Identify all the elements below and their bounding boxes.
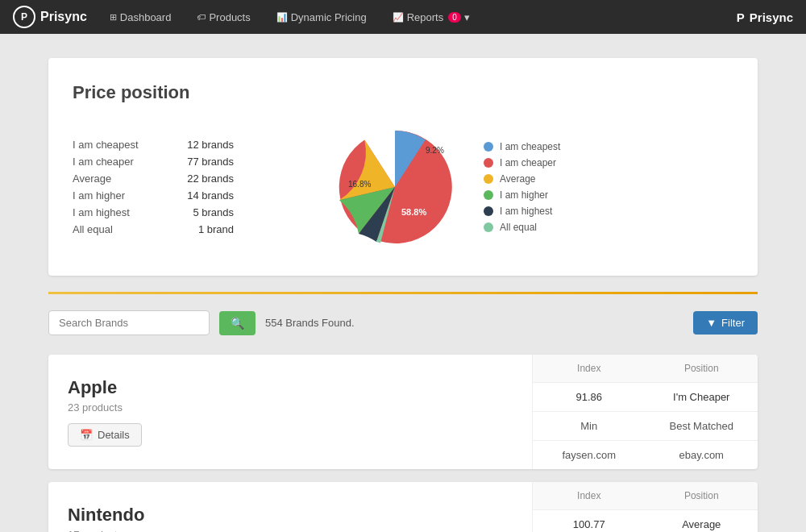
legend-label-highest: I am highest xyxy=(500,206,552,217)
brand-stats-nintendo: Index Position 100.77 Average Min Best M… xyxy=(532,482,758,532)
col-header-position-nintendo: Position xyxy=(646,482,758,509)
brand-name: Prisync xyxy=(40,10,87,24)
main-content: Price position I am cheapest 12 brands I… xyxy=(0,34,806,532)
svg-text:16.8%: 16.8% xyxy=(348,180,371,189)
legend-item-average: Average xyxy=(484,173,560,185)
legend-dot-cheapest xyxy=(484,142,493,152)
stats-label-all-equal: All equal xyxy=(73,223,113,235)
brand-stats-header-nintendo: Index Position xyxy=(533,482,758,510)
stats-value-highest: 5 brands xyxy=(193,206,234,218)
legend-label-all-equal: All equal xyxy=(500,222,537,233)
price-position-card: Price position I am cheapest 12 brands I… xyxy=(48,58,758,276)
legend-label-higher: I am higher xyxy=(500,189,548,201)
brand-position-apple: I'm Cheaper xyxy=(646,383,758,411)
search-button[interactable]: 🔍 xyxy=(219,311,256,335)
legend-dot-higher xyxy=(484,190,493,200)
nav-products[interactable]: 🏷 Products xyxy=(187,0,260,34)
col-header-index-apple: Index xyxy=(533,355,646,382)
legend-item-cheaper: I am cheaper xyxy=(484,157,560,168)
products-icon: 🏷 xyxy=(197,12,206,22)
col-header-position-apple: Position xyxy=(646,355,758,382)
brand-products-apple: 23 products xyxy=(68,401,513,414)
stats-value-average: 22 brands xyxy=(187,172,234,185)
stats-table: I am cheapest 12 brands I am cheaper 77 … xyxy=(73,136,234,238)
stats-value-all-equal: 1 brand xyxy=(198,223,234,235)
details-label-apple: Details xyxy=(98,429,130,441)
legend-dot-cheaper xyxy=(484,158,493,168)
brand-stats-apple: Index Position 91.86 I'm Cheaper Min Bes… xyxy=(532,355,758,469)
brand-info-apple: Apple 23 products 📅 Details xyxy=(48,355,532,469)
brand-name-nintendo: Nintendo xyxy=(68,505,513,526)
stats-value-cheapest: 12 brands xyxy=(187,139,234,151)
search-bar: 🔍 554 Brands Found. ▼ Filter xyxy=(48,310,758,335)
brand-stats-row1-nintendo: 100.77 Average xyxy=(533,510,758,532)
filter-icon: ▼ xyxy=(706,317,717,329)
navbar: P Prisync ⊞ Dashboard 🏷 Products 📊 Dynam… xyxy=(0,0,806,34)
logo-circle: P xyxy=(13,6,35,28)
brand-min-value-apple: Best Matched xyxy=(646,412,758,440)
legend-label-cheapest: I am cheapest xyxy=(500,141,560,152)
filter-label: Filter xyxy=(721,317,745,329)
brand-stats-row2-apple: Min Best Matched xyxy=(533,412,758,441)
legend-item-cheapest: I am cheapest xyxy=(484,141,560,152)
brand-site2-apple: ebay.com xyxy=(646,441,758,469)
brand-card-apple: Apple 23 products 📅 Details Index Positi… xyxy=(48,355,758,469)
reports-badge: 0 xyxy=(448,12,461,23)
brand-card-nintendo: Nintendo 17 products 📅 Details Index Pos… xyxy=(48,482,758,532)
nav-dynamic-pricing-label: Dynamic Pricing xyxy=(291,11,367,23)
dynamic-pricing-icon: 📊 xyxy=(276,12,288,23)
stats-row-higher: I am higher 14 brands xyxy=(73,187,234,204)
legend-item-highest: I am highest xyxy=(484,206,560,217)
price-position-title: Price position xyxy=(73,82,733,103)
nav-dashboard[interactable]: ⊞ Dashboard xyxy=(100,0,181,34)
search-input[interactable] xyxy=(48,310,210,335)
details-button-apple[interactable]: 📅 Details xyxy=(68,423,142,447)
stats-row-all-equal: All equal 1 brand xyxy=(73,221,234,238)
brand-min-label-apple: Min xyxy=(533,412,646,440)
brand-index-nintendo: 100.77 xyxy=(533,510,646,532)
stats-value-cheaper: 77 brands xyxy=(187,156,234,168)
svg-text:58.8%: 58.8% xyxy=(401,207,426,217)
brand-index-apple: 91.86 xyxy=(533,383,646,411)
brand-name-apple: Apple xyxy=(68,377,513,398)
stats-label-cheaper: I am cheaper xyxy=(73,156,134,168)
nav-dynamic-pricing[interactable]: 📊 Dynamic Pricing xyxy=(267,0,376,34)
nav-products-label: Products xyxy=(209,11,250,23)
svg-text:9.2%: 9.2% xyxy=(426,146,444,155)
legend-label-cheaper: I am cheaper xyxy=(500,157,556,168)
chart-legend: I am cheapest I am cheaper Average I am … xyxy=(484,141,560,233)
brand-products-nintendo: 17 products xyxy=(68,529,513,532)
stats-label-average: Average xyxy=(73,172,111,185)
dashboard-icon: ⊞ xyxy=(110,12,117,23)
pie-chart: 9.2% 58.8% 16.8% xyxy=(330,123,459,251)
brand-site1-apple: faysen.com xyxy=(533,441,646,469)
stats-label-cheapest: I am cheapest xyxy=(73,139,139,151)
right-brand-name: Prisync xyxy=(750,10,793,24)
section-divider xyxy=(48,292,758,294)
brand-stats-row1-apple: 91.86 I'm Cheaper xyxy=(533,383,758,412)
brands-found: 554 Brands Found. xyxy=(265,317,355,329)
col-header-index-nintendo: Index xyxy=(533,482,646,509)
brand-position-nintendo: Average xyxy=(646,510,758,532)
chart-area: 9.2% 58.8% 16.8% I am cheapest I am c xyxy=(330,123,560,251)
reports-dropdown-icon: ▾ xyxy=(464,11,470,23)
stats-label-higher: I am higher xyxy=(73,189,125,202)
brand-stats-header-apple: Index Position xyxy=(533,355,758,383)
nav-reports-label: Reports xyxy=(407,11,444,23)
brand-info-nintendo: Nintendo 17 products 📅 Details xyxy=(48,482,532,532)
stats-row-average: Average 22 brands xyxy=(73,170,234,187)
stats-row-highest: I am highest 5 brands xyxy=(73,204,234,221)
legend-dot-highest xyxy=(484,206,493,216)
price-position-content: I am cheapest 12 brands I am cheaper 77 … xyxy=(73,123,733,251)
legend-dot-all-equal xyxy=(484,222,493,232)
stats-value-higher: 14 brands xyxy=(187,189,234,202)
navbar-right-brand: P Prisync xyxy=(737,10,793,24)
stats-row-cheaper: I am cheaper 77 brands xyxy=(73,153,234,170)
legend-item-all-equal: All equal xyxy=(484,222,560,233)
nav-reports[interactable]: 📈 Reports 0 ▾ xyxy=(383,0,480,34)
reports-icon: 📈 xyxy=(393,12,404,23)
brand-logo[interactable]: P Prisync xyxy=(13,6,87,28)
filter-button[interactable]: ▼ Filter xyxy=(693,311,758,335)
stats-row-cheapest: I am cheapest 12 brands xyxy=(73,136,234,153)
brand-stats-row3-apple: faysen.com ebay.com xyxy=(533,441,758,469)
